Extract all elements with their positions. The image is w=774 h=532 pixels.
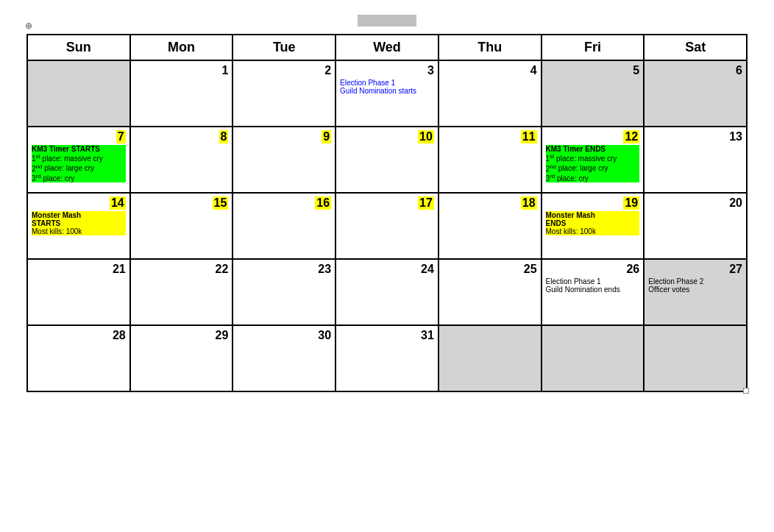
calendar-event: STARTS (32, 219, 126, 227)
calendar-day-cell: 27Election Phase 2Officer votes (644, 259, 747, 325)
calendar-day-cell (27, 60, 130, 127)
day-number: 10 (418, 130, 434, 143)
day-number: 21 (32, 263, 126, 276)
calendar-day-cell: 19Monster MashENDSMost kills: 100k (542, 193, 645, 259)
calendar-day-cell: 14Monster MashSTARTSMost kills: 100k (27, 193, 130, 259)
calendar-event: Officer votes (648, 285, 742, 294)
calendar-day-cell: 12KM3 Timer ENDS1st place: massive cry2n… (542, 127, 645, 193)
calendar-event: Guild Nomination starts (340, 87, 434, 95)
calendar-event: ENDS (546, 219, 640, 227)
calendar-event: Election Phase 2 (648, 277, 742, 285)
calendar-day-cell: 20 (644, 193, 747, 259)
day-number: 27 (648, 263, 742, 276)
calendar-day-cell: 21 (27, 259, 130, 325)
calendar-event: 1st place: massive cry (32, 153, 126, 163)
calendar-event: 2nd place: large cry (546, 163, 640, 172)
day-number: 31 (340, 329, 434, 342)
calendar-header-tue: Tue (232, 35, 335, 60)
calendar-day-cell: 7KM3 Timer STARTS1st place: massive cry2… (27, 127, 130, 193)
calendar-event: 3rd place: cry (546, 173, 640, 182)
move-icon[interactable]: ⊕ (25, 21, 32, 31)
calendar-day-cell: 11 (439, 127, 542, 193)
day-number: 11 (521, 130, 537, 143)
calendar-day-cell: 15 (130, 193, 233, 259)
title-container (358, 15, 416, 26)
day-number: 4 (443, 64, 537, 77)
calendar-day-cell: 29 (130, 325, 233, 391)
calendar-wrapper: ⊕ SunMonTueWedThuFriSat 123Election Phas… (26, 34, 748, 392)
calendar-event: KM3 Timer STARTS (32, 145, 126, 153)
calendar-event: Monster Mash (546, 211, 640, 219)
day-number: 22 (135, 263, 229, 276)
calendar-event: Guild Nomination ends (546, 285, 640, 294)
day-number: 7 (116, 130, 126, 143)
calendar-header-sat: Sat (644, 35, 747, 60)
calendar-event: 1st place: massive cry (546, 153, 640, 163)
day-number: 19 (623, 196, 639, 210)
calendar-header-thu: Thu (439, 35, 542, 60)
day-number: 28 (32, 329, 126, 342)
day-number: 29 (135, 329, 229, 342)
calendar-day-cell (542, 325, 645, 391)
calendar-day-cell: 9 (232, 127, 335, 193)
calendar-header-mon: Mon (130, 35, 233, 60)
calendar-event: Most kills: 100k (546, 227, 640, 235)
calendar-day-cell: 23 (232, 259, 335, 325)
calendar-day-cell: 17 (335, 193, 439, 259)
calendar-day-cell: 10 (335, 127, 439, 193)
calendar-day-cell: 1 (130, 60, 233, 127)
day-number: 13 (648, 130, 742, 143)
day-number: 17 (418, 196, 434, 210)
day-number: 20 (648, 196, 742, 210)
calendar-week-row: 7KM3 Timer STARTS1st place: massive cry2… (27, 127, 747, 193)
day-number: 15 (213, 196, 229, 210)
resize-handle[interactable] (743, 388, 749, 394)
calendar-day-cell: 28 (27, 325, 130, 391)
calendar-day-cell: 24 (335, 259, 439, 325)
day-number: 18 (521, 196, 537, 210)
calendar-event: Most kills: 100k (32, 227, 126, 235)
day-number: 25 (443, 263, 537, 276)
calendar-day-cell: 18 (439, 193, 542, 259)
day-number: 14 (110, 196, 126, 210)
calendar-day-cell: 25 (439, 259, 542, 325)
calendar-event: Election Phase 1 (546, 277, 640, 285)
calendar-event: Election Phase 1 (340, 79, 434, 87)
calendar-week-row: 28293031 (27, 325, 747, 391)
calendar-day-cell: 6 (644, 60, 747, 127)
calendar-header-fri: Fri (542, 35, 645, 60)
calendar-day-cell: 8 (130, 127, 233, 193)
calendar-day-cell: 3Election Phase 1Guild Nomination starts (335, 60, 439, 127)
calendar-event: 3rd place: cry (32, 173, 126, 182)
calendar-day-cell: 2 (232, 60, 335, 127)
day-number: 26 (546, 263, 640, 276)
calendar-header-sun: Sun (27, 35, 130, 60)
day-number: 3 (340, 64, 434, 77)
day-number: 12 (623, 130, 639, 143)
calendar-header-wed: Wed (335, 35, 439, 60)
day-number: 9 (322, 130, 331, 143)
calendar-day-cell: 16 (232, 193, 335, 259)
day-number: 30 (237, 329, 331, 342)
day-number: 6 (648, 64, 742, 77)
calendar-week-row: 14Monster MashSTARTSMost kills: 100k1516… (27, 193, 747, 259)
calendar-table: SunMonTueWedThuFriSat 123Election Phase … (26, 34, 748, 392)
day-number: 5 (546, 64, 640, 77)
calendar-event: 2nd place: large cry (32, 163, 126, 172)
calendar-day-cell (439, 325, 542, 391)
day-number: 23 (237, 263, 331, 276)
calendar-day-cell: 30 (232, 325, 335, 391)
day-number: 24 (340, 263, 434, 276)
calendar-day-cell: 31 (335, 325, 439, 391)
calendar-day-cell: 4 (439, 60, 542, 127)
calendar-day-cell: 13 (644, 127, 747, 193)
calendar-week-row: 212223242526Election Phase 1Guild Nomina… (27, 259, 747, 325)
day-number: 16 (315, 196, 331, 210)
day-number: 1 (135, 64, 229, 77)
calendar-event: KM3 Timer ENDS (546, 145, 640, 153)
calendar-event: Monster Mash (32, 211, 126, 219)
day-number: 2 (237, 64, 331, 77)
calendar-day-cell (644, 325, 747, 391)
calendar-day-cell: 5 (542, 60, 645, 127)
calendar-week-row: 123Election Phase 1Guild Nomination star… (27, 60, 747, 127)
